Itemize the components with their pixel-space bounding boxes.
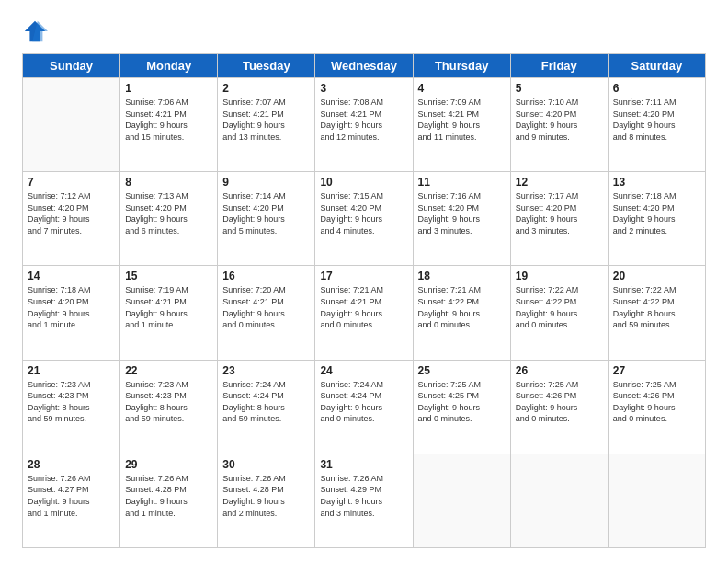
calendar-header-sunday: Sunday xyxy=(23,54,120,78)
calendar-cell: 20Sunrise: 7:22 AM Sunset: 4:22 PM Dayli… xyxy=(608,266,705,360)
calendar-cell: 14Sunrise: 7:18 AM Sunset: 4:20 PM Dayli… xyxy=(23,266,120,360)
day-number: 28 xyxy=(28,458,115,471)
day-info: Sunrise: 7:18 AM Sunset: 4:20 PM Dayligh… xyxy=(613,190,700,236)
calendar-cell: 2Sunrise: 7:07 AM Sunset: 4:21 PM Daylig… xyxy=(218,78,315,172)
day-number: 26 xyxy=(516,364,603,377)
calendar-cell: 26Sunrise: 7:25 AM Sunset: 4:26 PM Dayli… xyxy=(510,360,608,454)
day-info: Sunrise: 7:17 AM Sunset: 4:20 PM Dayligh… xyxy=(516,190,603,236)
day-number: 19 xyxy=(516,270,603,282)
calendar-cell: 6Sunrise: 7:11 AM Sunset: 4:20 PM Daylig… xyxy=(608,78,705,172)
calendar-cell: 28Sunrise: 7:26 AM Sunset: 4:27 PM Dayli… xyxy=(23,454,120,547)
day-number: 4 xyxy=(418,82,506,95)
day-info: Sunrise: 7:12 AM Sunset: 4:20 PM Dayligh… xyxy=(28,190,115,236)
day-info: Sunrise: 7:06 AM Sunset: 4:21 PM Dayligh… xyxy=(125,97,212,143)
day-info: Sunrise: 7:22 AM Sunset: 4:22 PM Dayligh… xyxy=(516,284,603,330)
day-info: Sunrise: 7:09 AM Sunset: 4:21 PM Dayligh… xyxy=(418,97,506,143)
calendar-cell: 4Sunrise: 7:09 AM Sunset: 4:21 PM Daylig… xyxy=(413,78,510,172)
day-number: 14 xyxy=(28,270,115,282)
day-number: 9 xyxy=(222,176,310,189)
day-number: 13 xyxy=(613,176,700,189)
calendar-cell xyxy=(510,454,608,547)
day-info: Sunrise: 7:23 AM Sunset: 4:23 PM Dayligh… xyxy=(125,379,212,425)
day-number: 17 xyxy=(320,270,407,282)
calendar-cell: 29Sunrise: 7:26 AM Sunset: 4:28 PM Dayli… xyxy=(120,454,218,547)
day-info: Sunrise: 7:15 AM Sunset: 4:20 PM Dayligh… xyxy=(320,190,407,236)
calendar-cell: 11Sunrise: 7:16 AM Sunset: 4:20 PM Dayli… xyxy=(413,172,510,266)
day-number: 29 xyxy=(125,458,212,471)
day-number: 20 xyxy=(613,270,700,282)
day-number: 10 xyxy=(320,176,407,189)
calendar-cell: 3Sunrise: 7:08 AM Sunset: 4:21 PM Daylig… xyxy=(315,78,413,172)
calendar-cell: 23Sunrise: 7:24 AM Sunset: 4:24 PM Dayli… xyxy=(218,360,315,454)
day-info: Sunrise: 7:26 AM Sunset: 4:27 PM Dayligh… xyxy=(28,473,115,519)
calendar-week-3: 14Sunrise: 7:18 AM Sunset: 4:20 PM Dayli… xyxy=(23,266,706,360)
calendar-cell: 8Sunrise: 7:13 AM Sunset: 4:20 PM Daylig… xyxy=(120,172,218,266)
calendar-header-wednesday: Wednesday xyxy=(315,54,413,78)
day-info: Sunrise: 7:20 AM Sunset: 4:21 PM Dayligh… xyxy=(222,284,310,330)
calendar-week-1: 1Sunrise: 7:06 AM Sunset: 4:21 PM Daylig… xyxy=(23,78,706,172)
calendar-cell: 7Sunrise: 7:12 AM Sunset: 4:20 PM Daylig… xyxy=(23,172,120,266)
day-info: Sunrise: 7:26 AM Sunset: 4:28 PM Dayligh… xyxy=(125,473,212,519)
day-number: 2 xyxy=(222,82,310,95)
page: SundayMondayTuesdayWednesdayThursdayFrid… xyxy=(0,0,728,563)
day-number: 12 xyxy=(516,176,603,189)
calendar-cell: 25Sunrise: 7:25 AM Sunset: 4:25 PM Dayli… xyxy=(413,360,510,454)
day-number: 24 xyxy=(320,364,407,377)
day-number: 22 xyxy=(125,364,212,377)
header xyxy=(22,18,706,44)
calendar-week-2: 7Sunrise: 7:12 AM Sunset: 4:20 PM Daylig… xyxy=(23,172,706,266)
day-info: Sunrise: 7:14 AM Sunset: 4:20 PM Dayligh… xyxy=(222,190,310,236)
day-info: Sunrise: 7:21 AM Sunset: 4:22 PM Dayligh… xyxy=(418,284,506,330)
day-info: Sunrise: 7:23 AM Sunset: 4:23 PM Dayligh… xyxy=(28,379,115,425)
calendar-cell: 22Sunrise: 7:23 AM Sunset: 4:23 PM Dayli… xyxy=(120,360,218,454)
day-number: 27 xyxy=(613,364,700,377)
calendar-cell: 5Sunrise: 7:10 AM Sunset: 4:20 PM Daylig… xyxy=(510,78,608,172)
day-info: Sunrise: 7:25 AM Sunset: 4:25 PM Dayligh… xyxy=(418,379,506,425)
day-number: 21 xyxy=(28,364,115,377)
calendar-cell xyxy=(413,454,510,547)
calendar-cell: 24Sunrise: 7:24 AM Sunset: 4:24 PM Dayli… xyxy=(315,360,413,454)
calendar-cell: 16Sunrise: 7:20 AM Sunset: 4:21 PM Dayli… xyxy=(218,266,315,360)
day-number: 23 xyxy=(222,364,310,377)
calendar-header-tuesday: Tuesday xyxy=(218,54,315,78)
calendar-cell: 17Sunrise: 7:21 AM Sunset: 4:21 PM Dayli… xyxy=(315,266,413,360)
calendar-header-saturday: Saturday xyxy=(608,54,705,78)
day-number: 7 xyxy=(28,176,115,189)
calendar-week-4: 21Sunrise: 7:23 AM Sunset: 4:23 PM Dayli… xyxy=(23,360,706,454)
day-number: 6 xyxy=(613,82,700,95)
calendar-cell: 21Sunrise: 7:23 AM Sunset: 4:23 PM Dayli… xyxy=(23,360,120,454)
day-info: Sunrise: 7:16 AM Sunset: 4:20 PM Dayligh… xyxy=(418,190,506,236)
calendar-week-5: 28Sunrise: 7:26 AM Sunset: 4:27 PM Dayli… xyxy=(23,454,706,547)
day-number: 8 xyxy=(125,176,212,189)
day-info: Sunrise: 7:07 AM Sunset: 4:21 PM Dayligh… xyxy=(222,97,310,143)
day-info: Sunrise: 7:10 AM Sunset: 4:20 PM Dayligh… xyxy=(516,97,603,143)
day-info: Sunrise: 7:26 AM Sunset: 4:29 PM Dayligh… xyxy=(320,473,407,519)
day-info: Sunrise: 7:25 AM Sunset: 4:26 PM Dayligh… xyxy=(613,379,700,425)
day-info: Sunrise: 7:22 AM Sunset: 4:22 PM Dayligh… xyxy=(613,284,700,330)
calendar-header-friday: Friday xyxy=(510,54,608,78)
day-info: Sunrise: 7:26 AM Sunset: 4:28 PM Dayligh… xyxy=(222,473,310,519)
calendar-cell: 19Sunrise: 7:22 AM Sunset: 4:22 PM Dayli… xyxy=(510,266,608,360)
calendar-cell: 27Sunrise: 7:25 AM Sunset: 4:26 PM Dayli… xyxy=(608,360,705,454)
calendar-cell: 13Sunrise: 7:18 AM Sunset: 4:20 PM Dayli… xyxy=(608,172,705,266)
calendar-header-row: SundayMondayTuesdayWednesdayThursdayFrid… xyxy=(23,54,706,78)
calendar-cell xyxy=(23,78,120,172)
day-info: Sunrise: 7:08 AM Sunset: 4:21 PM Dayligh… xyxy=(320,97,407,143)
calendar-cell xyxy=(608,454,705,547)
day-number: 30 xyxy=(222,458,310,471)
day-info: Sunrise: 7:24 AM Sunset: 4:24 PM Dayligh… xyxy=(320,379,407,425)
logo xyxy=(22,18,51,44)
calendar-cell: 1Sunrise: 7:06 AM Sunset: 4:21 PM Daylig… xyxy=(120,78,218,172)
day-info: Sunrise: 7:11 AM Sunset: 4:20 PM Dayligh… xyxy=(613,97,700,143)
logo-icon xyxy=(22,18,48,44)
day-number: 18 xyxy=(418,270,506,282)
day-number: 15 xyxy=(125,270,212,282)
day-info: Sunrise: 7:18 AM Sunset: 4:20 PM Dayligh… xyxy=(28,284,115,330)
day-number: 5 xyxy=(516,82,603,95)
day-number: 25 xyxy=(418,364,506,377)
day-number: 11 xyxy=(418,176,506,189)
calendar-cell: 9Sunrise: 7:14 AM Sunset: 4:20 PM Daylig… xyxy=(218,172,315,266)
calendar-cell: 31Sunrise: 7:26 AM Sunset: 4:29 PM Dayli… xyxy=(315,454,413,547)
day-info: Sunrise: 7:19 AM Sunset: 4:21 PM Dayligh… xyxy=(125,284,212,330)
day-info: Sunrise: 7:24 AM Sunset: 4:24 PM Dayligh… xyxy=(222,379,310,425)
